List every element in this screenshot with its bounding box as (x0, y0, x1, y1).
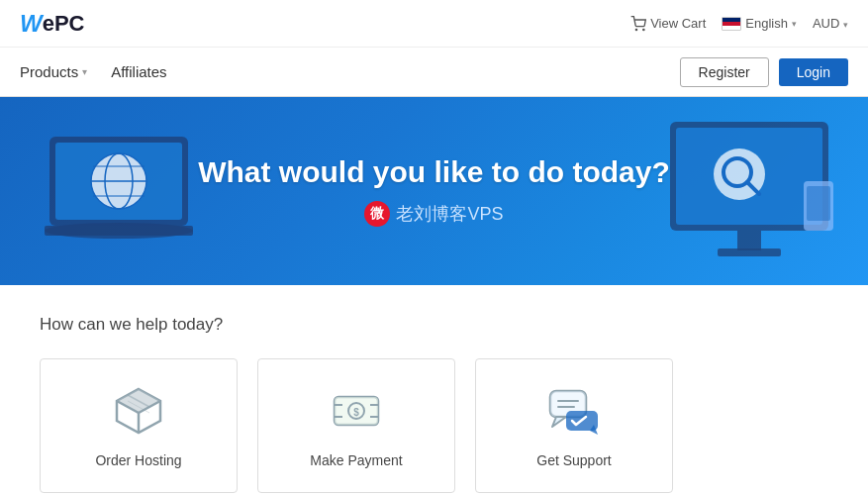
register-button[interactable]: Register (680, 57, 769, 87)
login-button[interactable]: Login (779, 58, 848, 86)
svg-rect-11 (45, 226, 193, 236)
logo-rest: ePC (43, 11, 85, 37)
lang-chevron-icon: ▾ (792, 19, 797, 29)
svg-rect-18 (718, 248, 781, 256)
currency-selector[interactable]: AUD ▾ (813, 16, 848, 31)
help-title: How can we help today? (40, 315, 828, 335)
get-support-label: Get Support (536, 452, 612, 468)
language-selector[interactable]: English ▾ (722, 16, 797, 31)
svg-rect-20 (807, 186, 830, 221)
weibo-icon: 微 (364, 201, 390, 227)
hero-subtitle: 微 老刘博客VPS (198, 201, 670, 227)
currency-chevron-icon: ▾ (843, 20, 848, 30)
svg-rect-17 (737, 231, 761, 250)
order-hosting-label: Order Hosting (95, 452, 181, 468)
svg-point-1 (643, 29, 644, 30)
flag-icon (722, 17, 741, 31)
hero-content: What would you like to do today? 微 老刘博客V… (198, 155, 670, 227)
svg-marker-38 (552, 417, 566, 427)
cards-row: Order Hosting $ Make Payment (40, 358, 828, 493)
hero-banner: What would you like to do today? 微 老刘博客V… (0, 97, 868, 285)
box-icon (111, 383, 166, 439)
logo-w: W (20, 10, 43, 38)
make-payment-card[interactable]: $ Make Payment (257, 358, 455, 493)
currency-label: AUD (813, 16, 839, 31)
make-payment-label: Make Payment (310, 452, 402, 468)
hero-title: What would you like to do today? (198, 155, 670, 189)
nav-affiliates[interactable]: Affiliates (111, 50, 166, 94)
help-section: How can we help today? Order Hosting (0, 285, 868, 495)
cart-icon (630, 16, 646, 32)
order-hosting-card[interactable]: Order Hosting (40, 358, 238, 493)
svg-text:$: $ (353, 407, 359, 418)
top-bar: WePC View Cart English ▾ AUD ▾ (0, 0, 868, 48)
products-label: Products (20, 63, 78, 80)
nav-products[interactable]: Products ▾ (20, 50, 87, 94)
nav-bar: Products ▾ Affiliates Register Login (0, 48, 868, 97)
hero-monitor-decoration (650, 107, 848, 275)
products-chevron-icon: ▾ (82, 66, 87, 77)
logo[interactable]: WePC (20, 10, 84, 38)
cart-link[interactable]: View Cart (630, 16, 706, 32)
lang-label: English (745, 16, 788, 31)
payment-icon: $ (329, 383, 384, 439)
nav-right: Register Login (680, 57, 848, 87)
affiliates-label: Affiliates (111, 63, 166, 80)
nav-left: Products ▾ Affiliates (20, 50, 167, 94)
hero-laptop-decoration (20, 107, 218, 275)
support-icon (546, 383, 602, 439)
get-support-card[interactable]: Get Support (475, 358, 673, 493)
hero-subtitle-text: 老刘博客VPS (396, 202, 503, 226)
svg-point-0 (635, 29, 636, 30)
top-bar-right: View Cart English ▾ AUD ▾ (630, 16, 848, 32)
cart-label: View Cart (650, 16, 706, 31)
